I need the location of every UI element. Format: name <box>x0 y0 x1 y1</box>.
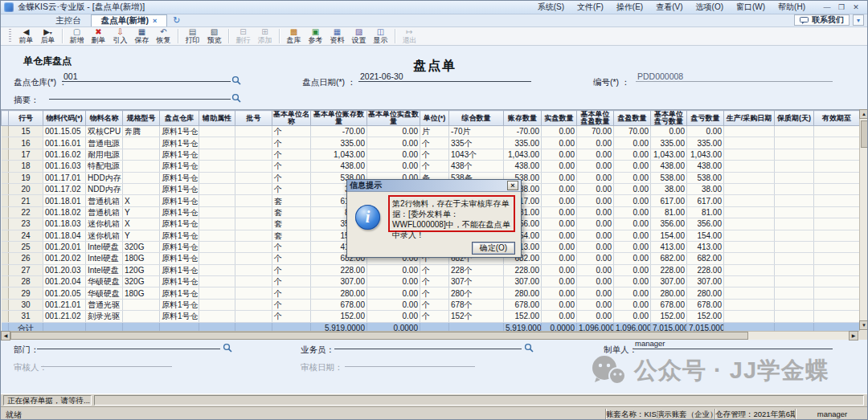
grid-cell[interactable]: 0.00 <box>687 126 724 137</box>
grid-cell[interactable]: 0.00 <box>577 218 614 230</box>
grid-cell[interactable] <box>724 149 775 160</box>
grid-cell[interactable]: 原料1号仓 <box>160 253 199 264</box>
grid-cell[interactable]: 个 <box>272 311 311 322</box>
grid-cell[interactable]: 1,043.00 <box>504 149 542 160</box>
column-header[interactable]: 有效期至 <box>814 111 860 126</box>
row-selector[interactable] <box>2 126 9 137</box>
grid-cell[interactable]: 0.00 <box>651 126 687 137</box>
grid-cell[interactable]: 180G <box>123 287 160 299</box>
grid-cell[interactable]: 0.00 <box>614 241 651 252</box>
grid-cell[interactable]: 307.00 <box>687 276 724 287</box>
grid-cell[interactable] <box>814 311 860 322</box>
grid-cell[interactable]: 耐用电源 <box>86 149 123 160</box>
grid-cell[interactable]: 特配电源 <box>86 161 123 172</box>
grid-cell[interactable]: 0.00 <box>614 195 651 206</box>
row-selector[interactable] <box>2 230 9 241</box>
grid-cell[interactable]: 280.00 <box>651 287 687 299</box>
toolbar-button-delete-doc[interactable]: ✖删单 <box>88 27 109 45</box>
row-selector[interactable] <box>2 149 9 160</box>
grid-cell[interactable]: 438.00 <box>651 161 687 172</box>
vertical-scroll-thumb[interactable] <box>861 120 868 148</box>
grid-cell[interactable]: 17 <box>9 149 43 160</box>
grid-cell[interactable] <box>724 264 775 275</box>
grid-cell[interactable]: Intel硬盘 <box>86 253 123 264</box>
grid-cell[interactable] <box>724 230 775 241</box>
grid-cell[interactable]: 1,043.00 <box>651 149 687 160</box>
grid-cell[interactable] <box>235 299 272 310</box>
grid-cell[interactable]: Y <box>123 206 160 218</box>
grid-cell[interactable]: 0.00 <box>614 276 651 287</box>
grid-cell[interactable]: 682.00 <box>687 253 724 264</box>
grid-cell[interactable]: 001.20.02 <box>43 253 86 264</box>
grid-cell[interactable]: 0.00 <box>577 311 614 322</box>
grid-cell[interactable]: 0.00 <box>367 161 420 172</box>
grid-cell[interactable] <box>814 264 860 275</box>
grid-cell[interactable]: 678.00 <box>311 299 367 310</box>
grid-cell[interactable] <box>123 149 160 160</box>
column-header[interactable]: 基本单位名称 <box>272 111 311 126</box>
grid-cell[interactable]: 原料1号仓 <box>160 126 199 137</box>
grid-cell[interactable]: 228.00 <box>311 264 367 275</box>
grid-cell[interactable]: 原料1号仓 <box>160 299 199 310</box>
column-header[interactable]: 盘点仓库 <box>160 111 199 126</box>
grid-cell[interactable]: 001.18.01 <box>43 195 86 206</box>
grid-cell[interactable]: 280个 <box>449 287 504 299</box>
grid-cell[interactable]: 152.00 <box>651 311 687 322</box>
row-selector[interactable] <box>2 161 9 172</box>
grid-cell[interactable]: 个 <box>420 137 449 149</box>
grid-cell[interactable]: 0.00 <box>614 253 651 264</box>
grid-cell[interactable]: 678个 <box>449 299 504 310</box>
grid-cell[interactable]: 28 <box>9 276 43 287</box>
grid-cell[interactable]: 原料1号仓 <box>160 195 199 206</box>
row-selector[interactable] <box>2 264 9 275</box>
grid-cell[interactable]: 24 <box>9 230 43 241</box>
salesman-input[interactable] <box>334 339 522 349</box>
grid-cell[interactable]: 001.18.04 <box>43 230 86 241</box>
grid-cell[interactable] <box>235 195 272 206</box>
grid-cell[interactable]: 原料1号仓 <box>160 149 199 160</box>
grid-cell[interactable]: 0.00 <box>577 161 614 172</box>
grid-cell[interactable]: 套 <box>272 206 311 218</box>
grid-cell[interactable]: 个 <box>420 161 449 172</box>
grid-cell[interactable]: 001.17.02 <box>43 183 86 194</box>
grid-cell[interactable]: 原料1号仓 <box>160 287 199 299</box>
grid-cell[interactable]: X <box>123 195 160 206</box>
grid-cell[interactable] <box>199 218 235 230</box>
grid-cell[interactable]: 个 <box>420 299 449 310</box>
grid-cell[interactable]: 迷你机箱 <box>86 218 123 230</box>
grid-cell[interactable]: 个 <box>420 287 449 299</box>
grid-cell[interactable]: 307个 <box>449 276 504 287</box>
row-selector[interactable] <box>2 322 9 331</box>
grid-cell[interactable]: 0.00 <box>614 218 651 230</box>
grid-cell[interactable] <box>775 241 814 252</box>
grid-cell[interactable]: 0.00 <box>542 149 577 160</box>
grid-cell[interactable]: 001.21.02 <box>43 311 86 322</box>
grid-cell[interactable] <box>235 311 272 322</box>
toolbar-button-data[interactable]: ▦资料 <box>326 27 348 45</box>
grid-cell[interactable] <box>199 230 235 241</box>
grid-cell[interactable]: 19 <box>9 172 43 183</box>
scroll-down-icon[interactable]: ▼ <box>859 320 868 330</box>
grid-cell[interactable]: -70.00 <box>504 126 542 137</box>
grid-cell[interactable]: 152.00 <box>504 311 542 322</box>
grid-cell[interactable]: 001.15.05 <box>43 126 86 137</box>
grid-cell[interactable] <box>123 299 160 310</box>
grid-cell[interactable] <box>814 218 860 230</box>
menubar-item[interactable]: 查看(V) <box>650 2 688 13</box>
grid-cell[interactable] <box>235 241 272 252</box>
grid-cell[interactable] <box>724 195 775 206</box>
grid-cell[interactable]: 001.21.01 <box>43 299 86 310</box>
grid-cell[interactable]: 001.20.05 <box>43 287 86 299</box>
salesman-lookup-icon[interactable] <box>524 343 534 353</box>
toolbar-button-import[interactable]: ⇩引入 <box>109 27 131 45</box>
grid-cell[interactable]: 001.18.02 <box>43 206 86 218</box>
scroll-up-icon[interactable]: ▲ <box>859 109 868 119</box>
grid-cell[interactable]: 原料1号仓 <box>160 172 199 183</box>
grid-cell[interactable]: 15 <box>9 126 43 137</box>
grid-cell[interactable] <box>235 253 272 264</box>
row-selector[interactable] <box>2 137 9 149</box>
grid-cell[interactable] <box>775 126 814 137</box>
grid-cell[interactable] <box>724 126 775 137</box>
grid-cell[interactable] <box>814 137 860 149</box>
grid-cell[interactable]: 23 <box>9 218 43 230</box>
